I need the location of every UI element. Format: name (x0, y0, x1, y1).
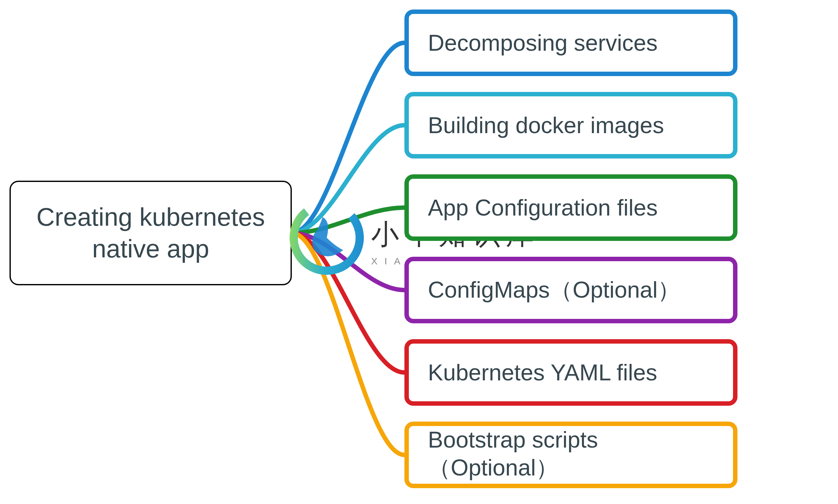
child-node-4: Kubernetes YAML files (404, 339, 737, 406)
child-label: Building docker images (428, 112, 664, 138)
child-label: Decomposing services (428, 30, 658, 56)
watermark-logo-icon (285, 197, 368, 280)
root-node: Creating kubernetesnative app (10, 181, 292, 285)
diagram-canvas: { "root": { "label": "Creating kubernete… (0, 0, 838, 504)
svg-point-0 (285, 197, 368, 279)
child-node-1: Building docker images (404, 92, 737, 159)
child-node-0: Decomposing services (404, 10, 737, 76)
connector-2 (292, 208, 404, 233)
connector-3 (292, 233, 404, 290)
child-node-5: Bootstrap scripts（Optional） (404, 421, 737, 488)
connector-0 (292, 43, 404, 233)
child-node-2: App Configuration files (404, 174, 737, 241)
child-label: App Configuration files (428, 195, 658, 221)
root-label: Creating kubernetesnative app (36, 201, 265, 265)
connector-4 (292, 233, 404, 373)
child-label: ConfigMaps（Optional） (428, 275, 680, 305)
child-node-3: ConfigMaps（Optional） (404, 257, 737, 323)
connector-1 (292, 125, 404, 233)
connector-5 (292, 233, 404, 455)
child-label: Bootstrap scripts（Optional） (428, 427, 720, 483)
child-label: Kubernetes YAML files (428, 359, 657, 385)
